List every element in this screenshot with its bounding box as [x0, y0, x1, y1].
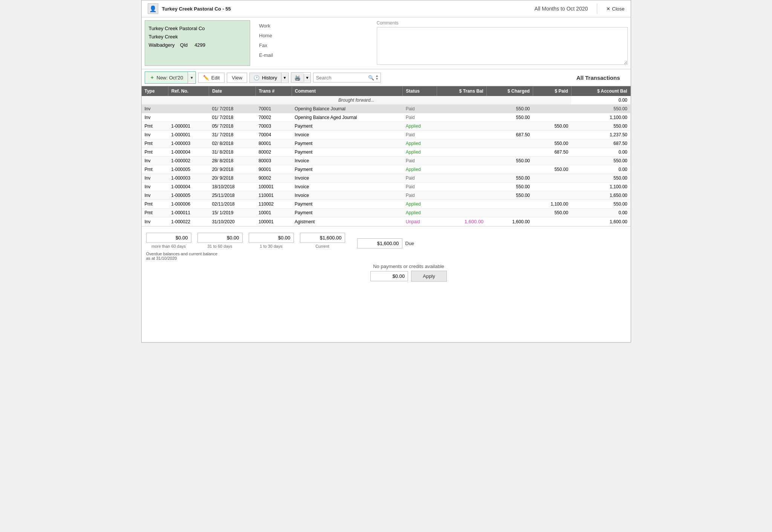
cell-comment: Invoice [292, 131, 403, 139]
balance-60-input[interactable] [146, 233, 191, 243]
col-acct-bal: $ Account Bal [571, 86, 630, 96]
search-input[interactable] [316, 75, 366, 81]
customer-address-line1: Turkey Creek [149, 33, 246, 41]
cell-type: Pmt [142, 200, 168, 209]
cell-status: Paid [403, 157, 437, 165]
cell-ref: 1-000005 [168, 191, 209, 200]
history-dropdown-arrow[interactable]: ▼ [281, 74, 288, 82]
print-button-group: 🖨️ ▼ [291, 72, 311, 83]
cell-trans-bal [437, 131, 487, 139]
cell-date: 31/10/2020 [209, 217, 256, 226]
balance-60-label: more than 60 days [146, 244, 191, 248]
cell-date: 05/ 7/2018 [209, 122, 256, 131]
cell-paid [533, 217, 571, 226]
cell-paid [533, 113, 571, 122]
new-dropdown-arrow[interactable]: ▼ [188, 73, 196, 82]
cell-comment: Opening Balance Journal [292, 105, 403, 113]
apply-button[interactable]: Apply [411, 271, 447, 282]
close-label: Close [612, 6, 624, 12]
cell-comment: Payment [292, 139, 403, 148]
cell-status: Applied [403, 165, 437, 174]
due-amount-input[interactable] [357, 238, 402, 248]
customer-name: Turkey Creek Pastoral Co [149, 24, 246, 33]
cell-paid: 550.00 [533, 139, 571, 148]
cell-trans: 100001 [255, 217, 292, 226]
search-down-arrow[interactable]: ▼ [376, 78, 379, 81]
cell-charged [486, 165, 533, 174]
cell-date: 28/ 8/2018 [209, 157, 256, 165]
cell-type: Inv [142, 157, 168, 165]
history-button[interactable]: 🕐 History [250, 73, 281, 82]
cell-charged: 550.00 [486, 157, 533, 165]
contact-info: Work Home Fax E-mail [253, 17, 374, 69]
table-row[interactable]: Inv 1-000001 31/ 7/2018 70004 Invoice Pa… [142, 131, 631, 139]
cell-type: Pmt [142, 139, 168, 148]
cell-acct-bal: 550.00 [571, 105, 630, 113]
cell-acct-bal: 550.00 [571, 174, 630, 183]
print-dropdown-arrow[interactable]: ▼ [304, 74, 311, 82]
edit-button[interactable]: ✏️ Edit [198, 73, 225, 83]
cell-trans-bal [437, 183, 487, 191]
table-row[interactable]: Pmt 1-000004 31/ 8/2018 80002 Payment Ap… [142, 148, 631, 157]
cell-paid [533, 191, 571, 200]
table-row[interactable]: Inv 01/ 7/2018 70002 Opening Balance Age… [142, 113, 631, 122]
cell-paid [533, 174, 571, 183]
cell-type: Pmt [142, 165, 168, 174]
cell-ref: 1-000011 [168, 209, 209, 217]
cell-ref [168, 113, 209, 122]
table-row[interactable]: Inv 01/ 7/2018 70001 Opening Balance Jou… [142, 105, 631, 113]
table-row[interactable]: Pmt 1-000001 05/ 7/2018 70003 Payment Ap… [142, 122, 631, 131]
cell-charged [486, 122, 533, 131]
col-trans-bal: $ Trans Bal [437, 86, 487, 96]
cell-status: Paid [403, 113, 437, 122]
table-row[interactable]: Pmt 1-000011 15/ 1/2019 10001 Payment Ap… [142, 209, 631, 217]
due-section: Due [357, 238, 414, 248]
cell-type: Pmt [142, 209, 168, 217]
balance-current-input[interactable] [300, 233, 345, 243]
due-label: Due [405, 241, 414, 246]
table-row[interactable]: Inv 1-000005 25/11/2018 110001 Invoice P… [142, 191, 631, 200]
search-arrows: ▲ ▼ [376, 75, 379, 81]
print-button[interactable]: 🖨️ [291, 73, 304, 82]
apply-amount-input[interactable] [370, 271, 408, 281]
table-row[interactable]: Inv 1-000004 18/10/2018 100001 Invoice P… [142, 183, 631, 191]
comments-input[interactable] [377, 27, 628, 65]
view-button[interactable]: View [227, 73, 247, 83]
cell-comment: Payment [292, 209, 403, 217]
table-row[interactable]: Pmt 1-000003 02/ 8/2018 80001 Payment Ap… [142, 139, 631, 148]
cell-acct-bal: 1,100.00 [571, 113, 630, 122]
close-button[interactable]: ✕ Close [606, 6, 624, 12]
cell-ref: 1-000001 [168, 131, 209, 139]
table-row[interactable]: Inv 1-000002 28/ 8/2018 80003 Invoice Pa… [142, 157, 631, 165]
contact-fax: Fax [259, 41, 368, 50]
contact-home: Home [259, 31, 368, 41]
cell-date: 20/ 9/2018 [209, 174, 256, 183]
table-row[interactable]: Pmt 1-000006 02/11/2018 110002 Payment A… [142, 200, 631, 209]
pencil-icon: ✏️ [203, 75, 209, 81]
balance-1-30-label: 1 to 30 days [249, 244, 294, 248]
cell-acct-bal: 1,237.50 [571, 131, 630, 139]
table-row[interactable]: Inv 1-000003 20/ 9/2018 90002 Invoice Pa… [142, 174, 631, 183]
cell-charged: 687.50 [486, 131, 533, 139]
date-range: All Months to Oct 2020 [535, 6, 588, 12]
cell-charged: 550.00 [486, 183, 533, 191]
new-button[interactable]: ＋ New: Oct'20 [145, 72, 188, 83]
apply-row: Apply [191, 271, 626, 282]
cell-trans: 80002 [255, 148, 292, 157]
toolbar: ＋ New: Oct'20 ▼ ✏️ Edit View 🕐 History ▼… [142, 69, 631, 86]
title-separator [597, 3, 597, 14]
balance-1-30-input[interactable] [249, 233, 294, 243]
balance-31-60-input[interactable] [197, 233, 243, 243]
cell-status: Applied [403, 200, 437, 209]
cell-ref: 1-000006 [168, 200, 209, 209]
cell-trans: 70002 [255, 113, 292, 122]
table-row[interactable]: Pmt 1-000005 20/ 9/2018 90001 Payment Ap… [142, 165, 631, 174]
cell-status: Paid [403, 183, 437, 191]
all-transactions-label: All Transactions [576, 75, 628, 81]
balance-60-box: more than 60 days [146, 233, 191, 248]
cell-trans-bal [437, 157, 487, 165]
cell-acct-bal: 550.00 [571, 200, 630, 209]
transactions-table: Type Ref. No. Date Trans # Comment Statu… [142, 86, 631, 226]
cell-trans: 90002 [255, 174, 292, 183]
table-row[interactable]: Inv 1-000022 31/10/2020 100001 Agistment… [142, 217, 631, 226]
